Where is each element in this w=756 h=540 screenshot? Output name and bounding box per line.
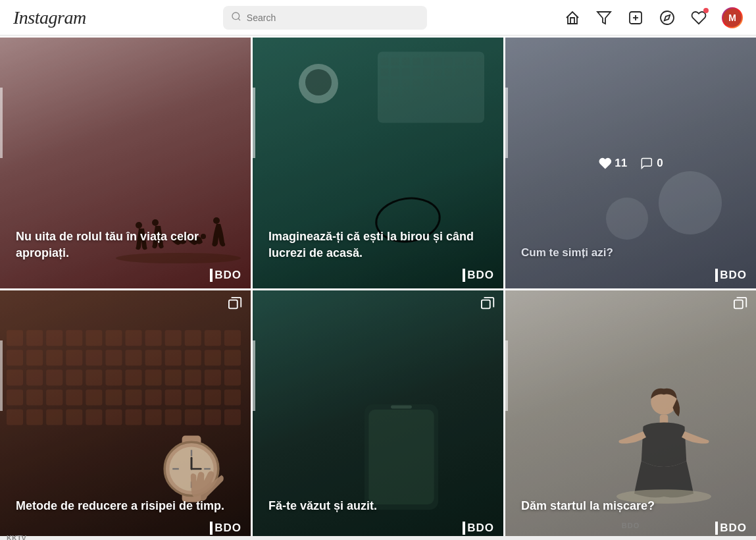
svg-rect-130 [482,300,490,309]
card-title: Metode de reducere a risipei de timp. [16,498,238,514]
svg-rect-97 [26,389,43,405]
svg-rect-47 [402,90,410,97]
bdo-text: BDO [467,522,494,535]
bdo-logo: BDO [463,522,494,535]
grid-item-4[interactable]: Metode de reducere a risipei de timp.BDO [0,290,251,540]
svg-rect-16 [391,58,399,66]
svg-rect-133 [391,406,412,409]
svg-rect-31 [445,68,453,76]
svg-rect-89 [105,369,122,385]
svg-rect-94 [205,369,221,385]
svg-rect-24 [476,58,484,66]
add-post-icon[interactable] [627,9,644,26]
svg-rect-62 [46,330,63,346]
card-title: Cum te simți azi? [521,246,743,261]
comment-count: 0 [640,157,663,170]
svg-rect-20 [434,58,442,66]
svg-point-58 [606,198,648,240]
grid-item-5[interactable]: Fă-te văzut și auzit.BDO [253,290,503,540]
grid-item-3[interactable]: 11 0 Cum te simți azi?BDO [505,38,756,288]
svg-point-0 [232,13,239,20]
svg-rect-46 [391,90,399,97]
svg-rect-105 [185,389,201,405]
filter-icon[interactable] [595,9,613,26]
notifications-icon[interactable] [690,9,707,26]
grid-item-2[interactable]: Imaginează-ți că ești la birou și când l… [253,38,503,288]
home-icon[interactable] [564,9,581,26]
svg-rect-53 [466,90,474,97]
grid-item-6[interactable]: BDODăm startul la mișcare?BDO [505,290,756,540]
svg-rect-134 [734,300,743,309]
svg-rect-82 [205,350,221,365]
svg-rect-51 [445,90,453,97]
svg-rect-93 [185,369,201,385]
comment-number: 0 [657,157,663,170]
svg-rect-107 [224,389,241,405]
svg-rect-52 [455,90,463,97]
bdo-bar [210,522,213,535]
svg-rect-112 [86,409,102,425]
svg-rect-77 [105,350,122,365]
bdo-logo: BDO [210,269,241,282]
bdo-logo: BDO [715,522,747,535]
card-stats: 11 0 [598,157,663,170]
bdo-text: BDO [214,522,241,535]
accent-bar-left [253,88,255,158]
search-icon [231,11,241,24]
bdo-logo: BDO [210,522,241,535]
svg-rect-22 [455,58,463,66]
svg-rect-27 [402,68,410,76]
bdo-logo: BDO [715,269,747,282]
bottom-bar: KKTV [0,536,756,540]
svg-rect-73 [26,350,43,365]
bdo-text: BDO [214,269,241,282]
svg-rect-45 [381,90,389,97]
svg-rect-34 [476,68,484,76]
photo-grid: Nu uita de rolul tău în viața celor apro… [0,36,756,540]
svg-rect-90 [126,369,142,385]
svg-rect-26 [391,68,399,76]
svg-rect-108 [7,409,23,425]
svg-rect-95 [224,369,241,385]
grid-item-1[interactable]: Nu uita de rolul tău în viața celor apro… [0,38,251,288]
svg-rect-87 [66,369,82,385]
svg-rect-25 [381,68,389,76]
svg-rect-88 [86,369,102,385]
svg-point-56 [305,69,332,95]
svg-rect-50 [434,90,442,97]
like-number: 11 [615,157,627,170]
svg-rect-28 [413,68,420,76]
svg-rect-15 [381,58,389,66]
svg-rect-119 [224,409,241,425]
svg-rect-84 [7,369,23,385]
bdo-bar [210,269,213,282]
svg-rect-91 [145,369,162,385]
svg-rect-106 [205,389,221,405]
profile-avatar[interactable]: M [722,7,743,28]
instagram-logo[interactable]: Instagram [13,7,86,28]
svg-rect-66 [126,330,142,346]
card-title: Dăm startul la mișcare? [521,498,743,514]
svg-rect-18 [413,58,420,66]
svg-rect-96 [7,389,23,405]
svg-rect-79 [145,350,162,365]
svg-rect-36 [391,79,399,87]
search-input[interactable] [247,13,419,23]
coffee-cup [292,57,345,110]
explore-icon[interactable] [659,9,676,26]
svg-rect-111 [66,409,82,425]
svg-rect-118 [205,409,221,425]
header: Instagram [0,0,756,36]
svg-rect-67 [145,330,162,346]
svg-rect-23 [466,58,474,66]
bdo-bar [715,522,718,535]
svg-rect-63 [66,330,82,346]
search-bar[interactable] [223,6,427,30]
multi-post-icon [734,297,748,311]
bdo-bar [463,522,465,535]
svg-rect-44 [476,79,484,87]
svg-rect-115 [145,409,162,425]
svg-rect-40 [434,79,442,87]
bottom-label: KKTV [7,534,26,540]
avatar-initial: M [723,9,742,27]
